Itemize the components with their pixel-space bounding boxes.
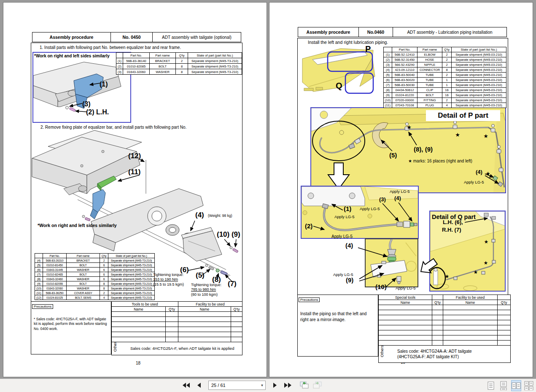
precautions-tools-section: Precautions Install the piping so that t… (298, 295, 508, 356)
next-page-button[interactable] (269, 380, 281, 390)
table-cell: 2 (442, 62, 452, 68)
table-cell: TUBE (417, 78, 442, 83)
torque-note-2: Tightening torque: 785 to 980 Nm (80 to … (191, 283, 221, 297)
table-cell: (8) (35, 277, 43, 281)
table-row: (3)566-52-43290NIPPLE2Separate shipment … (384, 62, 506, 68)
two-page-continuous-view-button[interactable] (524, 380, 534, 391)
content-box: Install the left and right lubrication p… (297, 38, 508, 357)
table-cell: Separate shipment (M45-T3-210) (108, 295, 155, 300)
label-1: (1) (344, 205, 351, 212)
page-number-value: 25 / 61 (209, 383, 259, 388)
first-page-button[interactable] (180, 380, 192, 390)
single-page-icon (487, 381, 495, 390)
label-8-9: (8), (9) (414, 146, 433, 153)
table-cell: 01010-82085 (123, 64, 150, 69)
table-row: (8)04434-50612CLIP16Separate shipment (M… (384, 88, 506, 93)
parts-table-1-3: Part No.Part nameQ'tyState of part (part… (116, 52, 242, 75)
intro-text: Install the left and right lubrication p… (308, 40, 388, 45)
fitting-detail-diagram (366, 239, 417, 287)
table-cell: 2 (442, 98, 452, 103)
table-cell: Separate shipment (M45-03-210) (452, 83, 506, 88)
table-cell: BOLT (150, 64, 176, 69)
empty-row (112, 337, 242, 342)
table-cell: Separate shipment (M45-T3-210) (188, 69, 242, 75)
table-cell: Separate shipment (M45-T3-210) (108, 277, 155, 281)
precautions-text: * Sales code: 4HCTG25A-F, with ADT tailg… (31, 317, 111, 331)
label-4: (4) (345, 242, 353, 249)
table-cell: 56B-52-12410 (392, 52, 417, 57)
table-cell: Separate shipment (M45-03-210) (452, 103, 506, 108)
content-box: 1. Install parts with following part No.… (31, 43, 242, 354)
work-both-sides-note: *Work on right and left sides similarly (38, 223, 117, 228)
table-cell: 566-52-43290 (392, 62, 417, 68)
column-header (35, 254, 43, 258)
table-cell: (8) (384, 88, 392, 93)
svg-text:★: ★ (474, 269, 478, 275)
table-cell: Separate shipment (M45-T3-210) (108, 291, 155, 295)
table-row: (5)56B-83-50040TUBE2Separate shipment (M… (384, 73, 506, 78)
table-cell: (9) (35, 281, 43, 286)
apply-lg5-note: Apply LG-5 (396, 286, 416, 290)
previous-page-button[interactable] (193, 380, 205, 390)
table-cell: 4 (100, 295, 108, 300)
others-text: Sales code: 4HCTG24A-A: ADT tailgate (4H… (397, 349, 472, 360)
equalizer-bracket-diagram (33, 61, 129, 120)
qty-header: Q'ty (166, 307, 178, 312)
table-cell: 56B-83-50040 (392, 73, 417, 78)
previous-view-icon (299, 381, 310, 389)
table-cell: BOLT (417, 93, 442, 98)
others-row: Others Sales code: 4HCTG25A-F, when ADT … (112, 342, 242, 355)
single-page-view-button[interactable] (486, 380, 496, 391)
table-cell: COVER ASSY (67, 291, 100, 295)
others-text: Sales code: 4HCTG25A-F, when ADT tailgat… (130, 346, 234, 351)
table-cell: 56B-52-31450 (392, 57, 417, 62)
table-cell: 07020-00000 (392, 98, 417, 103)
region-label-q: Q (336, 81, 342, 91)
precautions-label: Precautions (32, 304, 53, 309)
table-cell: 01024-81025 (43, 295, 67, 300)
procedure-header: Assembly procedure No.0460 ADT assembly … (298, 27, 507, 37)
table-cell: CONNECTOR (417, 68, 442, 73)
document-page-19: Assembly procedure No.0460 ADT assembly … (269, 3, 533, 377)
previous-view-button[interactable] (299, 380, 310, 390)
table-cell: (2) (384, 57, 392, 62)
table-header-row: Part No.Part nameQ'tyState of part (part… (116, 53, 242, 58)
table-cell: WASHER (67, 277, 100, 281)
svg-text:★: ★ (484, 239, 489, 245)
column-header (384, 47, 392, 52)
table-cell: (3) (384, 62, 392, 68)
table-cell: 01010-82465 (43, 272, 67, 277)
table-cell: WASHER (67, 286, 100, 291)
table-row: (6)56B-83-50020TUBE1Separate shipment (M… (384, 78, 506, 83)
table-cell: 8 (100, 281, 108, 286)
last-page-button[interactable] (282, 380, 294, 390)
header-number: No. 0450 (111, 32, 153, 42)
header-number: No.0460 (359, 27, 393, 37)
tools-header-row: Special tools Facility to be used (379, 295, 511, 300)
first-page-icon (182, 382, 191, 388)
header-title: ADT assembly with tailgate (optional) (153, 32, 241, 42)
continuous-view-button[interactable] (498, 380, 509, 391)
table-cell: 423-09-12110 (392, 68, 417, 73)
table-cell: BOLT, SEMS (67, 295, 100, 300)
two-page-view-button[interactable] (511, 380, 521, 391)
label-11: (11) (128, 168, 140, 176)
name-header: Name (443, 300, 498, 305)
page-number-combobox[interactable]: 25 / 61 ▼ (208, 381, 266, 390)
last-page-icon (283, 382, 292, 388)
table-cell: 6 (100, 277, 108, 281)
qty-header: Q'ty (231, 307, 242, 312)
table-cell: Separate shipment (M45-T3-210) (108, 272, 155, 277)
table-cell: 2 (442, 73, 452, 78)
svg-text:★: ★ (484, 260, 488, 266)
name-header: Name (178, 307, 231, 312)
table-header-row: Part No.Part nameQ'tyState of part (part… (384, 47, 506, 52)
table-cell: 1 (442, 78, 452, 83)
torque-note-1: Tightening torque: 153 to 190 Nm (15.5 t… (153, 273, 184, 287)
table-cell: 8 (100, 286, 108, 291)
tools-facility-table: Tools to be used Facility to be used Nam… (111, 301, 242, 355)
column-header: Q'ty (442, 47, 452, 52)
hose-detail-diagram (302, 187, 418, 238)
next-view-button[interactable] (311, 380, 323, 390)
header-procedure: Assembly procedure (298, 27, 359, 37)
